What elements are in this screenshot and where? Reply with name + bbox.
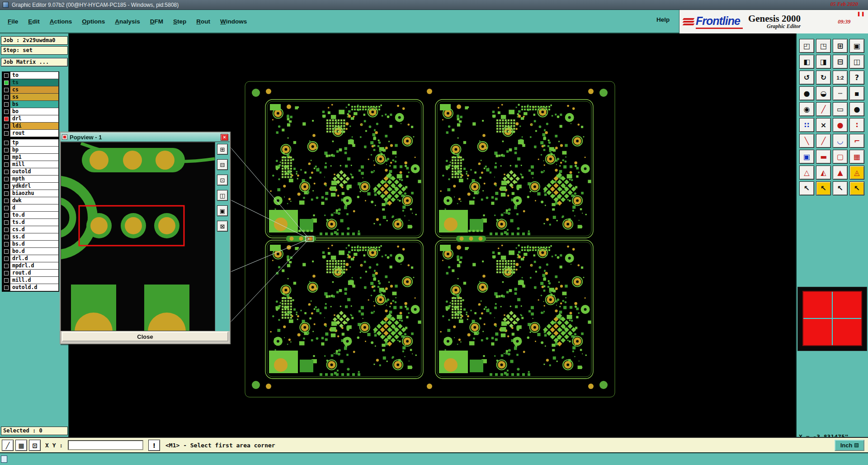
layer-name[interactable]: ydkdrl	[10, 183, 59, 190]
layer-color-chip[interactable]	[4, 271, 9, 275]
arc-icon[interactable]: ◡	[833, 134, 848, 148]
layer-row-to.d[interactable]: to.d	[2, 212, 59, 219]
layer-name[interactable]: dwk	[10, 197, 59, 204]
pv-crosshair-icon[interactable]: ⊠	[217, 221, 228, 232]
delete-cross-icon[interactable]: ×	[816, 118, 831, 132]
menu-file[interactable]: File	[3, 16, 23, 27]
units-button[interactable]: Inch	[835, 440, 864, 451]
bottom-corner-box[interactable]	[1, 456, 7, 463]
menu-step[interactable]: Step	[168, 16, 191, 27]
redo-view-icon[interactable]: ↻	[816, 71, 831, 85]
layer-row-ldi[interactable]: ldi	[2, 123, 59, 130]
triangle-filled-icon[interactable]: ▲	[833, 166, 848, 180]
small-square-icon[interactable]: ▪	[849, 86, 864, 100]
layer-row-to[interactable]: to	[2, 72, 59, 79]
matrix-icon[interactable]: ▦	[15, 440, 27, 451]
layer-name[interactable]: mill	[10, 161, 59, 168]
cursor-plain-icon[interactable]: ↖	[833, 181, 848, 195]
layer-name[interactable]: mpdrl.d	[10, 262, 59, 270]
popview-close-button[interactable]: Close	[62, 332, 228, 342]
red-dot-icon[interactable]: ●	[833, 118, 848, 132]
layer-row-bs[interactable]: bs	[2, 101, 59, 108]
layer-name[interactable]: bs	[10, 101, 59, 108]
layer-color-chip[interactable]	[4, 191, 9, 196]
ring-pad-icon[interactable]: ◉	[799, 102, 814, 116]
layer-row-drl[interactable]: drl	[2, 115, 59, 123]
layer-name[interactable]: bo.d	[10, 248, 59, 255]
layer-color-chip[interactable]	[4, 95, 9, 100]
red-bar-icon[interactable]: ▬	[816, 150, 831, 164]
layer-name[interactable]: ss	[10, 94, 59, 101]
menu-actions[interactable]: Actions	[45, 16, 77, 27]
menu-dfm[interactable]: DFM	[145, 16, 168, 27]
cursor-highlight-icon[interactable]: ↖	[816, 181, 831, 195]
layer-row-ydkdrl[interactable]: ydkdrl	[2, 183, 59, 190]
screen-right-icon[interactable]: ◳	[816, 39, 831, 53]
layer-row-rout.d[interactable]: rout.d	[2, 270, 59, 277]
layer-color-chip[interactable]	[4, 88, 9, 92]
layer-name[interactable]: bs.d	[10, 241, 59, 248]
layer-row-biaozhu[interactable]: biaozhu	[2, 190, 59, 197]
triangle-right-icon[interactable]: ◬	[849, 166, 864, 180]
layer-name[interactable]: to	[10, 72, 59, 79]
layer-color-chip[interactable]	[4, 177, 9, 181]
line-ne-icon[interactable]: ╱	[816, 134, 831, 148]
layer-row-mill[interactable]: mill	[2, 161, 59, 168]
menu-windows[interactable]: Windows	[215, 16, 252, 27]
layer-color-chip[interactable]	[4, 285, 9, 290]
draw-line-icon[interactable]: ╱	[816, 102, 831, 116]
half-screen-left-icon[interactable]: ◧	[799, 55, 814, 69]
layer-row-d[interactable]: d	[2, 204, 59, 212]
layer-row-drl.d[interactable]: drl.d	[2, 255, 59, 262]
zoom-ratio-button[interactable]: 1:2	[833, 71, 848, 85]
layer-row-tp[interactable]: tp	[2, 139, 59, 147]
cursor-select-icon[interactable]: ↖	[799, 181, 814, 195]
hatch-square-icon[interactable]: ▦	[849, 150, 864, 164]
layer-name[interactable]: tp	[10, 139, 59, 147]
triangle-left-icon[interactable]: ◭	[816, 166, 831, 180]
cursor-add-icon[interactable]: ↖	[849, 181, 864, 195]
layer-color-chip[interactable]	[4, 162, 9, 167]
layer-color-chip[interactable]	[4, 213, 9, 218]
layer-color-chip[interactable]	[4, 220, 9, 225]
layer-color-chip[interactable]	[4, 141, 9, 145]
job-matrix-button[interactable]: Job Matrix ...	[1, 58, 68, 66]
layer-color-chip[interactable]	[4, 124, 9, 128]
dot-pad-icon[interactable]: ●	[849, 102, 864, 116]
layer-name[interactable]: d	[10, 204, 59, 212]
half-fill-icon[interactable]: ◒	[816, 86, 831, 100]
menu-edit[interactable]: Edit	[23, 16, 45, 27]
layer-name[interactable]: mill.d	[10, 277, 59, 284]
pv-zoom-out-icon[interactable]: ⊟	[217, 159, 228, 170]
layer-name[interactable]: ldi	[10, 123, 59, 130]
corner-line-icon[interactable]: ⌐	[849, 134, 864, 148]
navigator-view-rect[interactable]	[802, 291, 862, 346]
layer-name[interactable]: outold	[10, 168, 59, 176]
layer-row-cs[interactable]: cs	[2, 86, 59, 94]
pad-in-square-icon[interactable]: ▣	[799, 150, 814, 164]
empty-square-icon[interactable]: ▢	[833, 150, 848, 164]
layer-color-chip[interactable]	[4, 242, 9, 247]
layer-row-cs.d[interactable]: cs.d	[2, 226, 59, 233]
line-nw-icon[interactable]: ╲	[799, 134, 814, 148]
layer-color-chip[interactable]	[4, 109, 9, 114]
layer-color-chip[interactable]	[4, 228, 9, 232]
popview-viewport[interactable]	[61, 142, 215, 331]
layer-name[interactable]: cs	[10, 86, 59, 94]
layer-row-mpdrl.d[interactable]: mpdrl.d	[2, 262, 59, 270]
snap-points-icon[interactable]: ∷	[799, 118, 814, 132]
layer-row-mill.d[interactable]: mill.d	[2, 277, 59, 284]
layer-row-ts[interactable]: ts	[2, 79, 59, 86]
popview-titlebar[interactable]: Popview - 1 ×	[61, 133, 230, 142]
half-screen-right-icon[interactable]: ◨	[816, 55, 831, 69]
layer-name[interactable]: mpth	[10, 176, 59, 183]
screen-solid-icon[interactable]: ▣	[849, 39, 864, 53]
layer-name[interactable]: ss.d	[10, 233, 59, 241]
layer-name[interactable]: rout	[10, 130, 59, 137]
help-query-icon[interactable]: ?	[849, 71, 864, 85]
popview-close-icon[interactable]: ×	[221, 134, 228, 141]
layer-name[interactable]: ts	[10, 79, 59, 86]
layer-row-bp[interactable]: bp	[2, 147, 59, 154]
layer-name[interactable]: bp	[10, 147, 59, 154]
layer-color-chip[interactable]	[4, 264, 9, 268]
